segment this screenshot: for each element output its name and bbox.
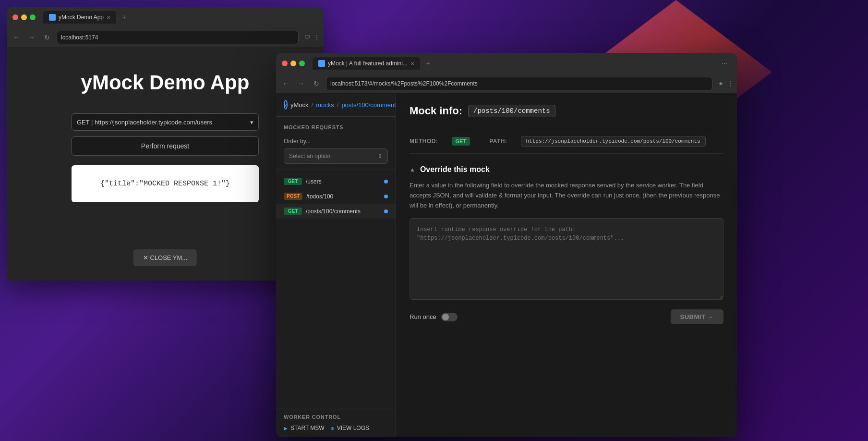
maximize-window-button-front[interactable]	[299, 61, 305, 66]
panel-breadcrumb: y yMock / mocks / posts/100/comments ⚙	[276, 93, 396, 117]
method-badge-post-todos: POST	[284, 193, 302, 200]
more-icon[interactable]: ⋮	[727, 80, 733, 87]
breadcrumb-app: yMock	[290, 101, 309, 109]
close-ymock-button[interactable]: ✕ CLOSE YM...	[133, 249, 197, 266]
view-logs-button[interactable]: ⊕ VIEW LOGS	[330, 425, 369, 431]
forward-button-front[interactable]: →	[295, 80, 307, 87]
mock-active-dot-comments	[384, 209, 388, 213]
toolbar-icons-back: 🛡 ⋮	[304, 34, 320, 41]
forward-button[interactable]: →	[26, 34, 37, 41]
demo-app-title: yMock Demo App	[81, 71, 250, 94]
play-icon: ▶	[284, 426, 288, 431]
method-value-badge: GET	[452, 137, 470, 146]
reload-button-front[interactable]: ↻	[311, 80, 322, 87]
toolbar-back: ← → ↻ localhost:5174 🛡 ⋮	[7, 28, 324, 47]
mocked-requests-title: MOCKED REQUESTS	[276, 117, 396, 134]
tab-title-back: yMock Demo App	[59, 14, 104, 21]
tab-close-front[interactable]: ✕	[410, 61, 414, 66]
left-panel: y yMock / mocks / posts/100/comments ⚙ M…	[276, 93, 396, 437]
address-text-front: localhost:5173/#/mocks/%2Fposts%2F100%2F…	[330, 80, 478, 87]
toolbar-icons-front: ★ ⋮	[718, 80, 733, 87]
logs-icon: ⊕	[330, 426, 334, 431]
mock-item-users[interactable]: GET /users	[276, 174, 396, 189]
traffic-lights-front	[282, 61, 305, 66]
override-textarea[interactable]	[410, 218, 723, 300]
start-msw-label: START MSW	[290, 425, 325, 431]
override-footer: Run once SUBMIT →	[410, 309, 723, 324]
perform-request-button[interactable]: Perform request	[72, 136, 259, 156]
address-bar-back[interactable]: localhost:5174	[57, 31, 299, 44]
perform-request-label: Perform request	[141, 142, 189, 150]
mock-item-todos[interactable]: POST /todos/100	[276, 189, 396, 204]
method-meta-label: METHOD:	[410, 138, 438, 145]
order-by-placeholder: Select an option	[289, 153, 330, 159]
override-header: ▲ Override this mock	[410, 165, 723, 174]
close-window-button[interactable]	[12, 14, 18, 20]
override-title: Override this mock	[420, 165, 490, 174]
new-tab-button-front[interactable]: +	[424, 59, 432, 68]
run-once-toggle[interactable]	[441, 313, 458, 321]
dropdown-arrow-icon: ▾	[250, 119, 253, 126]
method-badge-get-comments: GET	[284, 208, 302, 215]
request-selector-value: GET | https://jsonplaceholder.typicode.c…	[77, 119, 212, 126]
view-logs-label: VIEW LOGS	[337, 425, 369, 431]
method-badge-get-users: GET	[284, 178, 302, 185]
back-button-front[interactable]: ←	[280, 80, 291, 87]
run-once-control: Run once	[410, 313, 458, 321]
shield-icon: 🛡	[304, 34, 310, 41]
bookmark-icon[interactable]: ★	[718, 80, 723, 87]
submit-button[interactable]: SUBMIT →	[671, 309, 723, 324]
mock-item-comments[interactable]: GET /posts/100/comments	[276, 204, 396, 219]
request-selector[interactable]: GET | https://jsonplaceholder.typicode.c…	[72, 113, 259, 131]
mock-list: GET /users POST /todos/100 GET /posts/10…	[276, 170, 396, 408]
settings-icon-back[interactable]: ⋮	[314, 34, 320, 41]
minimize-window-button[interactable]	[21, 14, 27, 20]
tab-close-back[interactable]: ✕	[107, 15, 110, 20]
worker-control-title: WORKER CONTROL	[284, 414, 388, 420]
collapse-icon[interactable]: ▲	[410, 166, 415, 173]
admin-content: y yMock / mocks / posts/100/comments ⚙ M…	[276, 93, 737, 437]
mock-active-dot-users	[384, 180, 388, 184]
mock-info-header: Mock info: /posts/100/comments	[410, 105, 723, 117]
response-text: {"title":"MOCKED RESPONSE 1!"}	[100, 180, 230, 188]
mock-path-todos: /todos/100	[306, 193, 380, 200]
tab-favicon-back	[49, 14, 56, 21]
close-window-button-front[interactable]	[282, 61, 288, 66]
order-by-select[interactable]: Select an option ⇕	[284, 148, 388, 164]
reload-button[interactable]: ↻	[41, 34, 53, 41]
path-meta-value: https://jsonplaceholder.typicode.com/pos…	[521, 136, 706, 147]
browser-tab-front[interactable]: yMock | A full featured admini... ✕	[313, 57, 420, 70]
address-bar-front[interactable]: localhost:5173/#/mocks/%2Fposts%2F100%2F…	[326, 77, 712, 90]
worker-buttons: ▶ START MSW ⊕ VIEW LOGS	[284, 425, 388, 431]
mock-info-label: Mock info:	[410, 105, 462, 117]
response-output: {"title":"MOCKED RESPONSE 1!"}	[72, 165, 259, 202]
start-msw-button[interactable]: ▶ START MSW	[284, 425, 325, 431]
ymock-logo: y	[284, 100, 288, 110]
toolbar-front: ← → ↻ localhost:5173/#/mocks/%2Fposts%2F…	[276, 74, 737, 93]
breadcrumb-sep1: /	[312, 101, 313, 109]
mock-path-badge: /posts/100/comments	[468, 105, 555, 117]
breadcrumb-path-link[interactable]: posts/100/comments	[341, 101, 396, 109]
mock-path-comments: /posts/100/comments	[306, 208, 380, 215]
browser-tab-back[interactable]: yMock Demo App ✕	[43, 11, 116, 24]
titlebar-front: yMock | A full featured admini... ✕ + ⋯	[276, 53, 737, 74]
titlebar-back: yMock Demo App ✕ +	[7, 7, 324, 28]
run-once-label: Run once	[410, 313, 436, 320]
maximize-window-button[interactable]	[30, 14, 36, 20]
order-select-arrow: ⇕	[378, 153, 383, 159]
mock-meta: METHOD: GET PATH: https://jsonplaceholde…	[410, 129, 723, 154]
breadcrumb-mocks-link[interactable]: mocks	[316, 101, 334, 109]
browser-window-front: yMock | A full featured admini... ✕ + ⋯ …	[276, 53, 737, 437]
toggle-thumb	[442, 314, 449, 320]
right-panel: Mock info: /posts/100/comments METHOD: G…	[396, 93, 737, 437]
new-tab-button-back[interactable]: +	[120, 13, 128, 22]
override-description: Enter a value in the following field to …	[410, 181, 723, 210]
tab-title-front: yMock | A full featured admini...	[328, 60, 408, 67]
breadcrumb-sep2: /	[337, 101, 339, 109]
window-controls-icon: ⋯	[722, 60, 731, 67]
worker-control-section: WORKER CONTROL ▶ START MSW ⊕ VIEW LOGS	[276, 408, 396, 437]
minimize-window-button-front[interactable]	[290, 61, 296, 66]
address-text-back: localhost:5174	[61, 34, 98, 41]
back-button[interactable]: ←	[11, 34, 22, 41]
mock-active-dot-todos	[384, 195, 388, 198]
